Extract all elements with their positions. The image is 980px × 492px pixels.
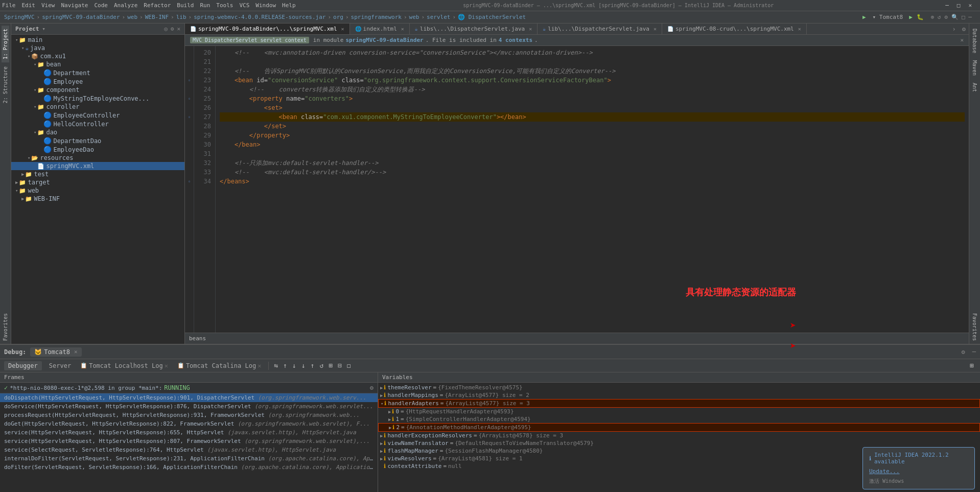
frame-item[interactable]: service(SelectRequest, ServletletRespons… [0, 446, 378, 454]
bc-web[interactable]: web [127, 14, 137, 20]
tomcat-tab[interactable]: 🐱 Tomcat8 ✕ [30, 347, 81, 357]
sidebar-tab-favorites[interactable]: Favorites [2, 310, 9, 344]
frame-item[interactable]: doService(HttpServletRequest, HttpServle… [0, 402, 378, 411]
var-expand-icon[interactable]: ▶ [388, 417, 391, 422]
menu-refactor[interactable]: Refactor [144, 2, 171, 9]
debug-subtab-debugger[interactable]: Debugger [4, 361, 42, 370]
tree-employeecontroller[interactable]: ▾ 🔵 EmployeeController [11, 111, 184, 120]
filter-icon[interactable]: ⚙ [370, 384, 374, 391]
tab-close-springmvc[interactable]: ✕ [341, 26, 344, 32]
frame-item[interactable]: internalDoFilter(ServletRequest, Servlet… [0, 454, 378, 463]
tree-comxu1[interactable]: ▾ 📦 com.xu1 [11, 52, 184, 60]
tree-department[interactable]: ▾ 🔵 Department [11, 68, 184, 77]
tab-index[interactable]: 🌐 index.html ✕ [350, 24, 410, 34]
settings-icon[interactable]: ⚙ [171, 26, 174, 32]
bc-webinf[interactable]: WEB-INF [145, 14, 169, 20]
tree-webinf[interactable]: ▶ 📁 WEB-INF [11, 195, 184, 203]
debug-subtab-localhost-log[interactable]: 📋 Tomcat Localhost Log ✕ [76, 361, 172, 370]
tab-menu-btn[interactable]: ⚙ [959, 26, 969, 33]
tab-close-springmvc08[interactable]: ✕ [798, 26, 801, 32]
tree-test[interactable]: ▶ 📁 test [11, 170, 184, 178]
menu-view[interactable]: View [41, 2, 55, 9]
tree-hellocontroller[interactable]: ▾ 🔵 HelloController [11, 120, 184, 128]
var-adapter-1[interactable]: ▶ ℹ 1 = {SimpleControllerHandlerAdapter@… [378, 415, 980, 423]
minimize-btn[interactable]: ─ [945, 2, 949, 9]
menu-window[interactable]: Window [255, 2, 276, 9]
tree-web[interactable]: ▾ 📁 web [11, 186, 184, 195]
var-expand-icon[interactable]: ▶ [380, 433, 383, 438]
var-expand-icon[interactable]: ▶ [388, 409, 391, 414]
tree-main[interactable]: ▾ 📁 main [11, 36, 184, 44]
log-close1[interactable]: ✕ [165, 362, 168, 369]
right-tab-ant[interactable]: Ant [971, 80, 978, 95]
tab-springmvcxml[interactable]: 📄 springMVC-09-dataBinder\...\springMVC.… [185, 24, 350, 34]
right-tab-favorites[interactable]: Favorites [971, 310, 978, 344]
tab-dispatcher2[interactable]: ☕ lib\...\DispatcherServlet.java ✕ [538, 24, 662, 34]
tree-departmentdao[interactable]: ▾ 🔵 DepartmentDao [11, 136, 184, 145]
bc-lib[interactable]: lib [176, 14, 186, 20]
debug-action-4[interactable]: ↓ [299, 361, 308, 370]
var-adapter-2[interactable]: ▶ ℹ 2 = {AnnotationMethodHandlerAdapter@… [378, 423, 980, 432]
debug-settings-icon[interactable]: ⚙ [962, 348, 965, 356]
right-tab-database[interactable]: Database [971, 26, 978, 56]
menu-file[interactable]: File [2, 2, 16, 9]
debug-subtab-catalina-log[interactable]: 📋 Tomcat Catalina Log ✕ [173, 361, 266, 370]
tree-resources[interactable]: ▾ 📂 resources [11, 154, 184, 162]
bc-jar[interactable]: spring-webmvc-4.0.0.RELEASE-sources.jar [194, 14, 325, 20]
tree-mystringconv[interactable]: ▾ 🔵 MyStringToEmployeeConve... [11, 94, 184, 103]
tree-target[interactable]: ▶ 📁 target [11, 178, 184, 186]
sidebar-tab-project[interactable]: 1: Project [2, 26, 9, 62]
var-themeresolver[interactable]: ▶ ℹ themeResolver = {FixedThemeResolver@… [378, 384, 980, 391]
tab-scroll-right[interactable]: › [949, 26, 959, 33]
var-expand-icon[interactable]: ▶ [380, 441, 383, 446]
menu-help[interactable]: Help [282, 2, 296, 9]
bc-servlet[interactable]: servlet [427, 14, 450, 20]
debug-action-6[interactable]: ↺ [318, 361, 326, 370]
sidebar-tab-structure[interactable]: 2: Structure [2, 63, 9, 106]
var-adapter-0[interactable]: ▶ ℹ 0 = {HttpRequestHandlerAdapter@4593} [378, 408, 980, 415]
debug-subtab-server[interactable]: Server [45, 361, 75, 370]
menu-vcs[interactable]: VCS [239, 2, 249, 9]
menu-build[interactable]: Build [177, 2, 194, 9]
var-expand-icon[interactable]: ▶ [380, 456, 383, 461]
tab-dispatcher1[interactable]: ☕ libs\...\DispatcherServlet.java ✕ [410, 24, 538, 34]
debug-action-1[interactable]: ⇆ [272, 361, 280, 370]
bc-project[interactable]: springMVC-09-dataBinder [42, 14, 120, 20]
tree-java[interactable]: ▾ ☕ java [11, 44, 184, 52]
var-handleradapters[interactable]: ▾ ℹ handlerAdapters = {ArrayList@4577} s… [378, 399, 980, 408]
frame-item[interactable]: service(HttpServletRequest, HttpServletR… [0, 428, 378, 437]
menu-edit[interactable]: Edit [22, 2, 36, 9]
tab-close-index[interactable]: ✕ [401, 26, 404, 32]
bc-web2[interactable]: web [409, 14, 419, 20]
frame-item[interactable]: doDispatch(HttpServletRequest, HttpServl… [0, 393, 378, 402]
context-close-icon[interactable]: ✕ [960, 37, 964, 43]
bc-org[interactable]: org [333, 14, 343, 20]
var-viewnametranslator[interactable]: ▶ ℹ viewNameTranslator = {DefaultRequest… [378, 439, 980, 447]
bc-dispatcherservlet[interactable]: 🌐 DispatcherServlet [458, 14, 526, 20]
locate-icon[interactable]: ◎ [164, 26, 168, 32]
update-link[interactable]: Update... [869, 468, 900, 475]
tree-springmvcxml[interactable]: ▾ 📄 springMVC.xml [11, 162, 184, 170]
tree-employee[interactable]: ▾ 🔵 Employee [11, 77, 184, 86]
frame-item[interactable]: processRequest(HttpServletRequest, HttpS… [0, 411, 378, 419]
debug-minimize-icon[interactable]: ─ [972, 348, 976, 356]
debug-btn2[interactable]: 🐛 [917, 14, 924, 20]
debug-action-5[interactable]: ↑ [309, 361, 317, 370]
debug-action-9[interactable]: ◻ [345, 361, 353, 370]
contexts-count[interactable]: 4 contexts [499, 37, 532, 43]
var-expand-icon[interactable]: ▶ [380, 393, 383, 398]
tree-conroller[interactable]: ▾ 📁 conroller [11, 103, 184, 111]
debug-action-7[interactable]: ⊞ [326, 361, 335, 370]
menu-navigate[interactable]: Navigate [61, 2, 88, 9]
debug-action-2[interactable]: ↑ [281, 361, 289, 370]
tab-springmvc08[interactable]: 📄 springMVC-08-crud\...\springMVC.xml ✕ [662, 24, 807, 34]
maximize-btn[interactable]: □ [957, 2, 961, 9]
var-expand-icon[interactable]: ▾ [381, 401, 383, 406]
debug-action-3[interactable]: ↓ [290, 361, 298, 370]
var-handlermappings[interactable]: ▶ ℹ handlerMappings = {ArrayList@4577} s… [378, 391, 980, 399]
tree-employeedao[interactable]: ▾ 🔵 EmployeeDao [11, 145, 184, 154]
thread-row[interactable]: ✓ *http-nio-8080-exec-1*@2,598 in group … [0, 383, 378, 393]
var-expand-icon[interactable]: ▶ [389, 425, 391, 430]
tree-component[interactable]: ▾ 📁 component [11, 86, 184, 94]
right-tab-maven[interactable]: Maven [971, 57, 978, 79]
